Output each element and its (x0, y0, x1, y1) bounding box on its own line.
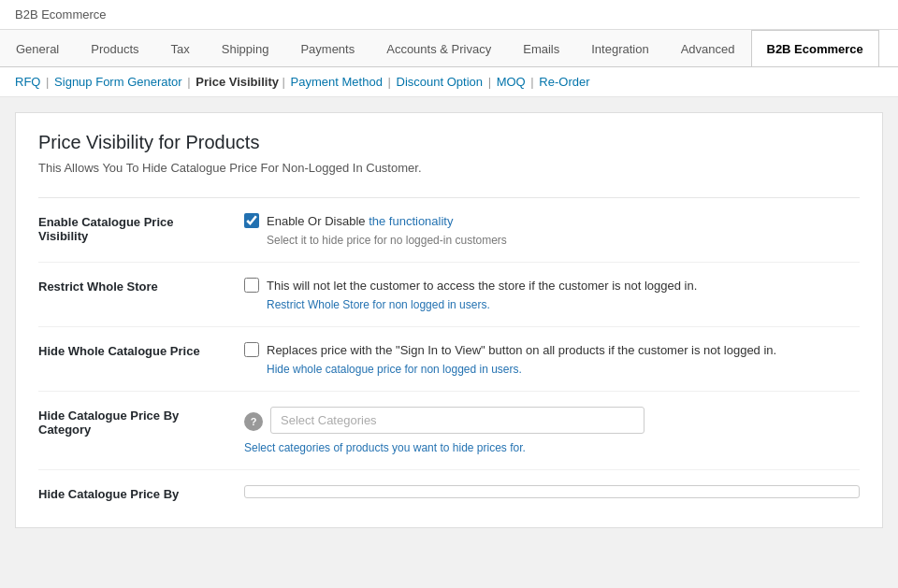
checkbox-restrict-store[interactable] (244, 278, 259, 293)
tab-accounts-privacy[interactable]: Accounts & Privacy (370, 30, 507, 67)
top-bar: B2B Ecommerce (0, 0, 898, 30)
tab-tax[interactable]: Tax (155, 30, 206, 67)
sep-6: | (530, 75, 533, 89)
select-categories-placeholder: Select Categories (281, 413, 377, 427)
checkbox-row-enable: Enable Or Disable the functionality (244, 213, 860, 228)
subnav-re-order[interactable]: Re-Order (539, 75, 589, 89)
help-icon-category[interactable]: ? (244, 412, 263, 431)
tab-shipping[interactable]: Shipping (206, 30, 285, 67)
control-enable-catalogue: Enable Or Disable the functionality Sele… (244, 213, 860, 247)
tab-integration[interactable]: Integration (575, 30, 664, 67)
settings-row-hide-catalogue: Hide Whole Catalogue Price Replaces pric… (38, 327, 860, 392)
checkbox-label-hide: Replaces price with the "Sign In to View… (267, 343, 776, 357)
checkbox-row-restrict: This will not let the customer to access… (244, 278, 860, 293)
settings-table: Enable Catalogue Price Visibility Enable… (38, 197, 860, 509)
control-hide-by-category: ? Select Categories Select categories of… (244, 407, 860, 454)
app-title: B2B Ecommerce (15, 7, 107, 22)
highlight-enable: the functionality (369, 214, 453, 228)
sep-4: | (388, 75, 391, 89)
help-text-hide-by-category: Select categories of products you want t… (244, 441, 860, 454)
checkbox-label-enable: Enable Or Disable the functionality (267, 214, 453, 228)
label-hide-by-product: Hide Catalogue Price By (38, 485, 244, 501)
checkbox-hide-catalogue[interactable] (244, 342, 259, 357)
sub-nav: RFQ | Signup Form Generator | Price Visi… (0, 67, 898, 97)
settings-row-restrict-store: Restrict Whole Store This will not let t… (38, 263, 860, 327)
control-restrict-store: This will not let the customer to access… (244, 278, 860, 311)
help-text-hide-catalogue: Hide whole catalogue price for non logge… (244, 363, 860, 376)
subnav-price-visibility-current: Price Visibility (196, 75, 279, 89)
settings-row-hide-by-product: Hide Catalogue Price By (38, 470, 860, 509)
label-hide-catalogue: Hide Whole Catalogue Price (38, 342, 244, 358)
main-content: Price Visibility for Products This Allow… (15, 112, 883, 528)
checkbox-label-restrict: This will not let the customer to access… (267, 279, 697, 293)
subnav-moq[interactable]: MOQ (497, 75, 526, 89)
sep-2: | (187, 75, 190, 89)
help-text-restrict-store: Restrict Whole Store for non logged in u… (244, 298, 860, 311)
sep-1: | (46, 75, 49, 89)
select-categories[interactable]: Select Categories (270, 407, 645, 434)
select-products[interactable] (244, 485, 860, 498)
label-restrict-store: Restrict Whole Store (38, 278, 244, 294)
tab-payments[interactable]: Payments (284, 30, 370, 67)
tab-b2b-ecommerce[interactable]: B2B Ecommerce (751, 30, 879, 67)
subnav-signup-form-generator[interactable]: Signup Form Generator (54, 75, 182, 89)
tab-advanced[interactable]: Advanced (665, 30, 751, 67)
subnav-payment-method[interactable]: Payment Method (291, 75, 383, 89)
settings-row-enable-catalogue: Enable Catalogue Price Visibility Enable… (38, 198, 860, 263)
help-text-enable-catalogue: Select it to hide price for no logged-in… (244, 234, 860, 247)
subnav-rfq[interactable]: RFQ (15, 75, 40, 89)
settings-row-hide-by-category: Hide Catalogue Price By Category ? Selec… (38, 392, 860, 470)
label-enable-catalogue: Enable Catalogue Price Visibility (38, 213, 244, 243)
control-hide-catalogue: Replaces price with the "Sign In to View… (244, 342, 860, 376)
subnav-discount-option[interactable]: Discount Option (397, 75, 484, 89)
category-input-row: ? Select Categories (244, 407, 860, 434)
page-title: Price Visibility for Products (38, 132, 860, 153)
tab-general[interactable]: General (0, 30, 75, 67)
tab-products[interactable]: Products (75, 30, 154, 67)
tab-bar: General Products Tax Shipping Payments A… (0, 30, 898, 67)
checkbox-row-hide: Replaces price with the "Sign In to View… (244, 342, 860, 357)
label-hide-by-category: Hide Catalogue Price By Category (38, 407, 244, 437)
control-hide-by-product (244, 485, 860, 498)
checkbox-enable-catalogue[interactable] (244, 213, 259, 228)
sep-3: | (282, 75, 285, 89)
sep-5: | (488, 75, 491, 89)
tab-emails[interactable]: Emails (507, 30, 575, 67)
page-description: This Allows You To Hide Catalogue Price … (38, 161, 860, 175)
